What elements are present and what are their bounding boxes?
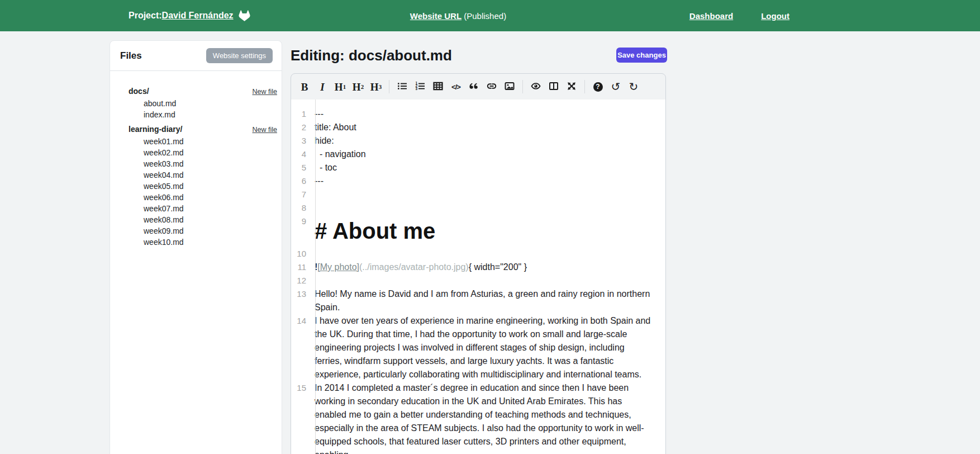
italic-icon: I <box>320 82 324 92</box>
editor-line: 12 <box>291 274 665 287</box>
heading-2-icon: H2 <box>353 82 364 92</box>
line-content <box>311 188 665 201</box>
toolbar-quote-button[interactable] <box>465 78 482 95</box>
file-item[interactable]: week06.md <box>129 192 277 203</box>
code-icon: </> <box>451 83 460 91</box>
file-item[interactable]: week04.md <box>129 169 277 181</box>
files-title: Files <box>120 50 142 62</box>
line-content <box>311 201 665 215</box>
undo-icon: ↺ <box>611 81 621 92</box>
project-heading: Project: David Fernández <box>129 0 250 31</box>
project-label: Project: <box>129 11 162 21</box>
file-item[interactable]: week08.md <box>129 214 277 225</box>
file-item[interactable]: about.md <box>129 98 277 109</box>
file-item[interactable]: week09.md <box>129 225 277 237</box>
line-content: # About me <box>311 215 665 247</box>
toolbar-link-button[interactable] <box>483 78 500 95</box>
line-number: 1 <box>291 107 311 121</box>
toolbar-undo-button[interactable]: ↺ <box>607 78 624 95</box>
new-file-link[interactable]: New file <box>253 126 277 134</box>
toolbar-separator <box>389 80 389 93</box>
editor-line: 2title: About <box>291 121 665 134</box>
link-icon <box>487 81 497 93</box>
file-item[interactable]: week07.md <box>129 203 277 214</box>
line-number: 2 <box>291 121 311 134</box>
text-segment: --- <box>315 109 324 119</box>
image-icon <box>505 81 515 93</box>
toolbar-table-button[interactable] <box>430 78 446 95</box>
file-group: learning-diary/New fileweek01.mdweek02.m… <box>129 125 277 248</box>
editor-toolbar: BIH1H2H3123</>?↺↻ <box>291 73 666 100</box>
text-segment: --- <box>315 176 324 186</box>
dashboard-link[interactable]: Dashboard <box>689 11 733 21</box>
toolbar-fullscreen-button[interactable] <box>563 78 580 95</box>
file-item[interactable]: week10.md <box>129 237 277 248</box>
line-content: - toc <box>311 161 665 174</box>
line-content <box>311 247 665 261</box>
text-segment: hide: <box>315 136 334 145</box>
file-item[interactable]: week03.md <box>129 158 277 169</box>
guide-icon: ? <box>593 82 603 92</box>
website-url-link[interactable]: Website URL <box>410 11 462 21</box>
editor-line: 15In 2014 I completed a master´s degree … <box>291 381 665 454</box>
toolbar-ordered-list-button[interactable]: 123 <box>412 78 429 95</box>
toolbar-preview-button[interactable] <box>527 78 544 95</box>
toolbar-italic-button[interactable]: I <box>314 78 331 95</box>
toolbar-unordered-list-button[interactable] <box>394 78 411 95</box>
line-content: hide: <box>311 134 665 148</box>
line-number: 4 <box>291 148 311 161</box>
line-number: 9 <box>291 215 311 228</box>
new-file-link[interactable]: New file <box>253 88 277 96</box>
save-changes-button[interactable]: Save changes <box>616 48 667 63</box>
line-number: 15 <box>291 381 311 395</box>
toolbar-heading-1-button[interactable]: H1 <box>332 78 349 95</box>
folder-row: docs/New file <box>129 87 277 98</box>
file-tree: docs/New fileabout.mdindex.mdlearning-di… <box>110 71 282 248</box>
files-panel-header: Files Website settings <box>110 41 282 71</box>
line-content: ![My photo](../images/avatar-photo.jpg){… <box>311 261 665 274</box>
toolbar-guide-button[interactable]: ? <box>589 78 606 95</box>
markdown-editor[interactable]: 1---2title: About3hide:4 - navigation5 -… <box>291 100 666 454</box>
toolbar-heading-3-button[interactable]: H3 <box>368 78 384 95</box>
line-number: 12 <box>291 274 311 287</box>
file-item[interactable]: week05.md <box>129 181 277 192</box>
line-number: 8 <box>291 201 311 215</box>
text-segment: - navigation <box>315 149 366 159</box>
editor-line: 8 <box>291 201 665 215</box>
line-number: 5 <box>291 161 311 174</box>
line-content: Hello! My name is David and I am from As… <box>311 287 665 314</box>
logout-link[interactable]: Logout <box>761 11 789 21</box>
quote-icon <box>469 81 479 93</box>
project-name-link[interactable]: David Fernández <box>162 11 234 21</box>
toolbar-redo-button[interactable]: ↻ <box>625 78 642 95</box>
text-segment: Hello! My name is David and I am from As… <box>315 289 653 312</box>
published-label: (Published) <box>464 11 506 21</box>
text-segment: - toc <box>315 163 337 172</box>
top-nav: Dashboard Logout <box>689 0 789 31</box>
website-settings-button[interactable]: Website settings <box>206 48 273 63</box>
toolbar-side-by-side-button[interactable] <box>545 78 562 95</box>
text-segment: title: About <box>315 122 356 132</box>
top-bar: Project: David Fernández Website URL (Pu… <box>0 0 980 31</box>
file-item[interactable]: index.md <box>129 109 277 120</box>
files-panel: Files Website settings docs/New fileabou… <box>110 40 282 454</box>
toolbar-code-button[interactable]: </> <box>448 78 464 95</box>
toolbar-heading-2-button[interactable]: H2 <box>350 78 367 95</box>
line-content: - navigation <box>311 148 665 161</box>
editor-line: 3hide: <box>291 134 665 148</box>
toolbar-bold-button[interactable]: B <box>296 78 313 95</box>
heading-3-icon: H3 <box>370 82 382 92</box>
editor-line: 13Hello! My name is David and I am from … <box>291 287 665 314</box>
file-item[interactable]: week02.md <box>129 147 277 158</box>
editor-line: 7 <box>291 188 665 201</box>
toolbar-image-button[interactable] <box>501 78 518 95</box>
line-content <box>311 274 665 287</box>
line-content: In 2014 I completed a master´s degree in… <box>311 381 665 454</box>
line-number: 14 <box>291 314 311 328</box>
line-number: 6 <box>291 174 311 188</box>
gitlab-tanuki-icon <box>239 10 250 21</box>
folder-name: docs/ <box>129 87 149 96</box>
redo-icon: ↻ <box>629 81 639 92</box>
file-item[interactable]: week01.md <box>129 136 277 147</box>
line-content: --- <box>311 174 665 188</box>
